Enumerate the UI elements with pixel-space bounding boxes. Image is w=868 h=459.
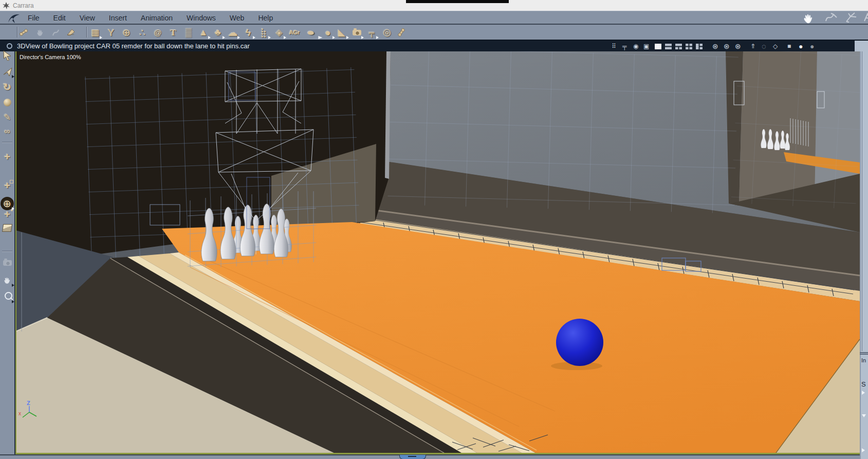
viewport-canvas[interactable]: Z x Director's Camera 100% (15, 51, 860, 453)
particles-primitive-icon[interactable]: ▒ (182, 26, 195, 39)
flyout-arrow-icon (223, 36, 225, 39)
camera-label: Director's Camera 100% (20, 54, 81, 60)
flat-shade-mode-icon[interactable]: ■ (787, 43, 791, 50)
menu-help[interactable]: Help (258, 14, 273, 22)
render-camera-tool-icon[interactable] (1, 256, 14, 269)
menu-windows[interactable]: Windows (187, 14, 216, 22)
textured-shade-mode-icon[interactable]: ● (810, 43, 814, 50)
viewport-bottom-border (15, 453, 860, 454)
text-primitive-icon[interactable]: T (167, 26, 180, 39)
target-helper-icon[interactable]: ◎ (380, 26, 394, 39)
toolbar-separator (86, 27, 87, 38)
camera-front-view-icon[interactable]: ⊛ (712, 43, 718, 50)
menu-insert[interactable]: Insert (109, 14, 127, 22)
scale-tool-icon[interactable] (1, 96, 14, 109)
cloud-primitive-icon[interactable]: ☁ (226, 26, 239, 39)
expand-right-icon[interactable] (862, 448, 865, 452)
viewport-title: 3DView of Bowling project CAR 05 remder … (17, 42, 250, 50)
gray-wall-grid (387, 51, 738, 213)
move-tool-icon[interactable]: + (1, 150, 14, 163)
auto-group-tool-icon[interactable]: AGr (288, 26, 301, 39)
wireframe-mode-icon[interactable]: ◇ (773, 43, 778, 50)
bone-tool-icon[interactable] (395, 26, 408, 39)
dotted-sphere-icon[interactable]: ◌ (762, 43, 766, 50)
joint-bone-tool-icon[interactable] (17, 26, 30, 39)
zoom-view-tool-icon[interactable] (1, 290, 14, 303)
background-window-edge (406, 0, 509, 3)
render-room-icon[interactable] (863, 11, 868, 25)
universal-manipulator-tool-icon[interactable]: ⊕ (1, 197, 14, 210)
menu-animation[interactable]: Animation (141, 14, 173, 22)
menu-web[interactable]: Web (230, 14, 245, 22)
terrain-primitive-icon[interactable]: ● (300, 26, 322, 39)
bowling-ball[interactable] (556, 319, 603, 366)
flyout-arrow-icon (268, 36, 271, 39)
right-panel-strip: In S (860, 51, 868, 459)
layout-single-pane-icon[interactable] (655, 43, 661, 50)
flyout-arrow-icon (253, 36, 255, 39)
particle-cloud-icon[interactable]: ⣷ (257, 26, 270, 39)
app-icon (3, 2, 10, 9)
glass-primitive-icon[interactable]: Υ (104, 26, 118, 39)
sequencer-panel-tab[interactable]: S (861, 380, 866, 388)
texture-room-icon[interactable] (844, 11, 861, 25)
flyout-arrow-icon (12, 284, 14, 287)
stamp-tool-icon[interactable] (64, 26, 78, 39)
camera-top-view-icon[interactable]: ⊛ (735, 43, 741, 50)
layout-l-pane-icon[interactable] (696, 43, 703, 50)
expand-right-icon[interactable] (862, 391, 865, 395)
fire-primitive-icon[interactable]: ▲ (197, 26, 210, 39)
assemble-room-icon[interactable] (802, 11, 820, 25)
scene-floor-icon[interactable]: ▦ (88, 26, 102, 39)
camera-side-view-icon[interactable]: ⊛ (724, 43, 730, 50)
reference-paw-icon[interactable]: ⠿ (612, 43, 616, 50)
sphere-primitive-icon[interactable]: ⊕ (120, 26, 133, 39)
flame-primitive-icon[interactable]: ϟ (242, 26, 255, 39)
menu-view[interactable]: View (80, 14, 95, 22)
eyedropper-tool-icon[interactable]: ✎ (1, 111, 14, 124)
spiral-primitive-icon[interactable]: @ (151, 26, 164, 39)
menu-edit[interactable]: Edit (53, 14, 66, 22)
flyout-arrow-icon (284, 36, 286, 39)
instances-panel-tab[interactable]: In (861, 357, 866, 363)
layout-three-pane-icon[interactable] (675, 43, 682, 50)
bounding-cage-icon[interactable]: ▣ (643, 43, 649, 50)
select-tool-icon[interactable] (1, 48, 14, 62)
tree-primitive-icon[interactable]: ♣ (211, 26, 225, 39)
group-hierarchy-icon[interactable]: ╤ (365, 26, 378, 39)
send-to-camera-icon[interactable]: ⇑ (750, 43, 755, 50)
model-room-icon[interactable] (823, 11, 841, 25)
camera-object-icon[interactable] (350, 26, 363, 39)
expand-down-icon[interactable] (862, 414, 866, 417)
axis-x-label: x (19, 411, 21, 416)
panel-divider[interactable] (860, 352, 868, 353)
menu-file[interactable]: File (28, 14, 40, 22)
window-title: Carrara (13, 2, 34, 9)
flyout-arrow-icon (12, 300, 14, 303)
flyout-arrow-icon (376, 36, 379, 39)
smooth-shade-mode-icon[interactable]: ● (799, 43, 803, 50)
pan-hand-tool-icon[interactable] (33, 26, 47, 39)
spotlight-object-icon[interactable]: ◣ (335, 26, 348, 39)
pan-view-tool-icon[interactable] (1, 273, 14, 287)
timeline-tray-handle[interactable] (399, 455, 426, 459)
metaball-primitive-icon[interactable]: ∴ (136, 26, 149, 39)
flyout-arrow-icon (361, 36, 364, 39)
bottom-bar (0, 454, 860, 459)
layout-two-pane-icon[interactable] (665, 43, 672, 50)
panel-groove (862, 51, 862, 351)
move-plane-tool-icon[interactable]: + (1, 179, 14, 192)
sidebar-divider (2, 142, 12, 142)
rotate-tool-icon[interactable]: ↻ (1, 80, 14, 94)
wrench-tool-icon[interactable] (49, 26, 62, 39)
link-tool-icon[interactable]: ∞ (1, 125, 14, 138)
direct-select-tool-icon[interactable] (1, 65, 14, 78)
rock-primitive-icon[interactable]: ● (321, 26, 335, 39)
layout-four-pane-icon[interactable] (686, 43, 692, 50)
viewport-titlebar: 3DView of Bowling project CAR 05 remder … (0, 41, 855, 51)
working-box-tool-icon[interactable] (1, 221, 14, 234)
fountain-primitive-icon[interactable]: ◈ (272, 26, 286, 39)
sphere-view-icon[interactable]: ◉ (633, 43, 638, 50)
hierarchy-node-icon[interactable]: ╤ (622, 43, 627, 50)
main-toolbar: ▦ Υ ⊕ ∴ @ T ▒ ▲ ♣ ☁ ϟ ⣷ ◈ AGr ● ● ◣ ╤ ◎ (0, 25, 868, 41)
